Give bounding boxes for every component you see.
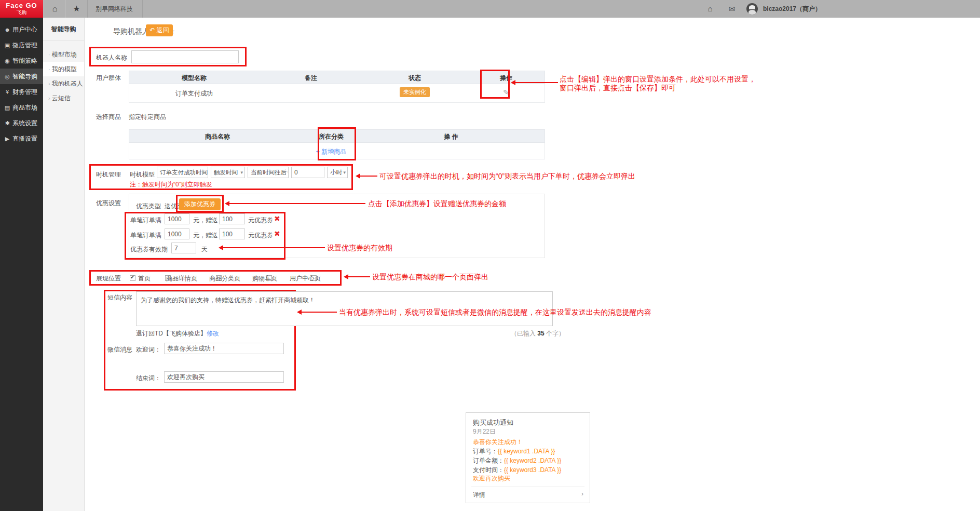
timing-label: 时机管理: [96, 170, 121, 179]
coupon-gift-input[interactable]: [219, 228, 245, 239]
annotation-edit-line2: 窗口弹出后，直接点击【保存】即可: [560, 84, 676, 93]
notification-date: 9月22日: [473, 427, 496, 436]
timing-model-select[interactable]: 订单支付成功时间▾: [157, 167, 208, 178]
delete-coupon-icon[interactable]: ✖: [274, 230, 280, 238]
robot-name-label: 机器人名称: [96, 53, 127, 62]
submenu-item-my-models[interactable]: ·我的模型: [43, 62, 84, 76]
timing-model-label: 时机模型: [130, 170, 155, 179]
select-product-label: 选择商品: [96, 113, 121, 122]
submenu-item-my-robots[interactable]: ›我的机器人: [43, 76, 84, 91]
annotation-position: 设置优惠券在商城的哪一个页面弹出: [372, 273, 488, 282]
offset-value-input[interactable]: [291, 167, 324, 178]
checkbox-label: 商品分类页: [209, 274, 240, 283]
app-window: Face GO 飞购 ⌂ ★ 别早网络科技 ⌂ ✉ biczao2017（商户）…: [0, 0, 980, 511]
checkbox-label: 首页: [138, 274, 151, 283]
strategy-icon: ◉: [4, 53, 11, 69]
chevron-down-icon: ▾: [288, 170, 289, 175]
trigger-time-select[interactable]: 触发时间▾: [211, 167, 245, 178]
sidebar-item-smart-strategy[interactable]: ◉智能策略: [0, 53, 43, 69]
notification-field: 订单号：{{ keyword1 .DATA }}: [473, 447, 555, 456]
add-coupon-button[interactable]: 添加优惠券: [179, 198, 221, 210]
unit-select[interactable]: 小时▾: [327, 167, 348, 178]
annotation-validity: 设置优惠券的有效期: [327, 244, 392, 253]
chevron-down-icon: ▾: [240, 170, 243, 175]
wechat-label: 微信消息: [107, 345, 132, 354]
coupon-amount-input[interactable]: [165, 228, 189, 239]
star-icon[interactable]: ★: [65, 0, 88, 18]
mail-icon[interactable]: ✉: [722, 0, 742, 18]
guide-icon: ◎: [4, 69, 11, 84]
notification-closing: 欢迎再次购买: [473, 474, 510, 483]
char-count: （已输入 35 个字）: [511, 329, 565, 338]
checkbox-label: 用户中心页: [290, 274, 321, 283]
live-icon: ▶: [4, 131, 11, 146]
logo-subtext: 飞购: [0, 9, 43, 15]
back-arrow-icon: ↶: [149, 26, 156, 34]
discount-type-label: 优惠类型: [136, 202, 161, 211]
top-bar: [0, 0, 980, 18]
annotation-line: [348, 276, 370, 277]
sidebar-item-live[interactable]: ▶直播设置: [0, 131, 43, 146]
delete-coupon-icon[interactable]: ✖: [274, 214, 280, 223]
checkbox-homepage[interactable]: [130, 275, 135, 281]
robot-name-input[interactable]: [131, 50, 239, 63]
notification-detail-link[interactable]: 详情: [473, 491, 485, 500]
time-offset-select[interactable]: 当前时间往后▾: [248, 167, 289, 178]
edit-link[interactable]: 修改: [207, 330, 219, 337]
coupon-amount-input[interactable]: [165, 213, 189, 224]
notification-field: 支付时间：{{ keyword3 .DATA }}: [473, 466, 561, 475]
store-icon: ▣: [4, 37, 11, 53]
status-cell: 未实例化: [363, 87, 467, 97]
checkbox-label: 购物车页: [252, 274, 277, 283]
product-mode-text: 指定特定商品: [129, 113, 166, 122]
coupon-gift-input[interactable]: [219, 213, 245, 224]
sidebar-item-settings[interactable]: ✱系统设置: [0, 115, 43, 131]
annotation-arrow: [356, 173, 360, 179]
brand-logo: Face GO 飞购: [0, 0, 43, 18]
timing-note: 注：触发时间为“0”则立即触发: [130, 180, 212, 189]
user-group-label: 用户群体: [96, 74, 121, 83]
product-table-header: 商品名称 所在分类 操 作: [129, 129, 545, 143]
edit-pencil-icon[interactable]: ✎: [467, 88, 546, 97]
annotation-timing: 可设置优惠券弹出的时机，如时间为“0”则表示当用户下单时，优惠券会立即弹出: [379, 172, 635, 181]
company-name: 别早网络科技: [86, 0, 143, 18]
logo-text: Face GO: [0, 0, 43, 9]
sidebar-item-market[interactable]: ▤商品市场: [0, 100, 43, 115]
validity-input[interactable]: [171, 243, 196, 253]
notification-field: 订单金额：{{ keyword2 .DATA }}: [473, 456, 561, 465]
avatar[interactable]: [746, 3, 758, 15]
plus-icon: +: [316, 148, 321, 155]
sidebar-item-smart-guide[interactable]: ◎智能导购: [0, 69, 43, 84]
checkbox-label: 商品详情页: [166, 274, 197, 283]
coupon-row-suffix: 元优惠券: [248, 231, 273, 240]
annotation-sms: 当有优惠券弹出时，系统可设置短信或者是微信的消息提醒，在这里设置发送出去的消息提…: [339, 308, 651, 317]
coupon-row-suffix: 元优惠券: [248, 216, 273, 225]
product-table-row: + 新增商品: [129, 143, 545, 159]
sidebar-item-finance[interactable]: ¥财务管理: [0, 84, 43, 100]
home-icon[interactable]: ⌂: [44, 0, 66, 18]
notification-greeting: 恭喜你关注成功！: [473, 438, 523, 447]
finance-icon: ¥: [4, 84, 11, 100]
back-button[interactable]: ↶ 返回: [146, 24, 173, 36]
coupon-row-prefix: 单笔订单满: [130, 216, 161, 225]
chevron-right-icon: ›: [48, 80, 50, 87]
submenu-item-cloud-sms[interactable]: ›云短信: [43, 91, 84, 105]
home-icon[interactable]: ⌂: [700, 0, 720, 18]
welcome-word-input[interactable]: [164, 343, 284, 354]
notification-preview-card: 购买成功通知 9月22日 恭喜你关注成功！ 订单号：{{ keyword1 .D…: [466, 412, 590, 503]
sidebar: ☻用户中心 ▣微店管理 ◉智能策略 ◎智能导购 ¥财务管理 ▤商品市场 ✱系统设…: [0, 18, 43, 511]
annotation-add-coupon: 点击【添加优惠券】设置赠送优惠券的金额: [368, 199, 506, 209]
submenu-item-model-market[interactable]: ·模型市场: [43, 47, 84, 62]
username[interactable]: biczao2017（商户）: [763, 0, 821, 18]
submenu: 智能导购 ·模型市场 ·我的模型 ›我的机器人 ›云短信: [43, 18, 85, 511]
sidebar-item-store-manage[interactable]: ▣微店管理: [0, 37, 43, 53]
market-icon: ▤: [4, 100, 11, 115]
end-word-input[interactable]: [164, 371, 284, 383]
add-product-button[interactable]: + 新增商品: [306, 147, 357, 156]
sidebar-item-user-center[interactable]: ☻用户中心: [0, 22, 43, 37]
validity-label: 优惠券有效期: [130, 245, 168, 254]
model-name-cell: 订单支付成功: [129, 89, 259, 98]
chevron-right-icon: ›: [581, 490, 583, 497]
notification-title: 购买成功通知: [473, 418, 513, 427]
welcome-word-label: 欢迎词：: [136, 345, 161, 354]
